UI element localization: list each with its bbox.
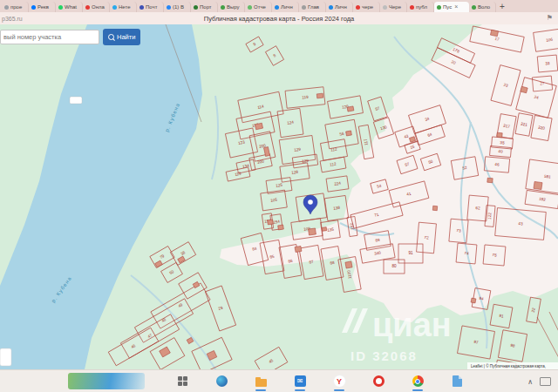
search-button[interactable]: Найти [103,29,140,45]
svg-text:46: 46 [494,162,500,166]
building [487,178,493,183]
tab-favicon [437,5,441,10]
svg-text:43: 43 [518,221,523,226]
parcel-75[interactable]: 75 [483,245,506,266]
tab-favicon [302,5,306,10]
search-input[interactable] [0,30,99,44]
tab-favicon [167,5,171,10]
browser-tab-1[interactable]: прое [2,2,29,12]
browser-tab-13[interactable]: Личн [326,2,353,12]
parcel-91[interactable]: 91 [490,304,513,328]
parcel-40[interactable]: 40 [490,145,512,157]
explorer-icon[interactable] [449,374,465,389]
yandex-browser-icon[interactable]: Y [331,374,347,389]
opera-icon[interactable] [371,374,386,389]
windows-taskbar: ∧ ✉Y [0,369,558,392]
tab-favicon [383,5,387,10]
svg-text:119: 119 [302,95,309,100]
parcel-581[interactable]: 581 [526,159,558,194]
building [295,246,302,252]
tab-favicon [31,5,36,10]
map-control-button[interactable] [0,348,11,366]
svg-text:80: 80 [391,264,397,268]
map-search-bar: Найти [0,29,140,45]
parcel-33[interactable]: 33 [537,55,557,72]
svg-text:91: 91 [408,251,413,255]
active-app-indicator [334,389,344,391]
active-app-indicator [412,389,423,391]
building [497,132,502,138]
browser-tab-11[interactable]: Личн [272,2,299,12]
svg-text:62: 62 [475,206,480,210]
tab-favicon [356,5,360,10]
new-tab-button[interactable]: + [500,2,505,11]
bookmark-flag-icon[interactable]: ⚑ [547,15,553,22]
browser-tab-5[interactable]: Нете [110,2,137,12]
parcel-124[interactable]: 124 [277,108,303,137]
browser-tab-6[interactable]: Почт [137,2,164,12]
edge-icon[interactable] [214,374,229,389]
folder-icon[interactable] [253,374,269,389]
parcel-74[interactable]: 74 [456,243,477,264]
building [268,220,274,225]
search-icon [108,34,114,40]
tray-chevron-icon[interactable]: ∧ [527,378,533,386]
tab-favicon [112,5,117,10]
parcel-43[interactable]: 43 [495,208,547,240]
tab-favicon [85,5,90,10]
tab-favicon [410,5,414,10]
browser-tab-8[interactable]: Порт [191,2,218,12]
parcel-105[interactable]: 105 [261,190,288,211]
parcel-138[interactable]: 138 [324,195,348,220]
browser-tab-3[interactable]: What [56,2,83,12]
browser-tab-18[interactable]: Воло [469,2,496,12]
tray-device-icon[interactable] [540,377,551,386]
parcel-109[interactable]: 109 [291,219,323,240]
browser-tab-17[interactable]: Пус× [434,2,469,12]
parcel-73[interactable]: 73 [449,219,468,243]
page-title: Публичная кадастровая карта - Россия 202… [204,15,354,23]
browser-tab-2[interactable]: Рекв [29,2,56,12]
building [345,261,352,268]
parcel-98[interactable]: 98 [498,330,527,362]
task-view-icon[interactable] [174,374,190,389]
cadastral-map[interactable]: 1141531232002001341191241291291281251051… [0,24,558,369]
building [278,225,284,230]
tab-favicon [248,5,252,10]
parcel-97[interactable]: 97 [458,326,495,359]
tab-close-icon[interactable]: × [454,4,458,10]
svg-text:ID 32068: ID 32068 [350,348,418,363]
building [309,228,316,235]
weather-widget[interactable] [68,373,145,389]
address-bar[interactable]: p365.ru [2,16,23,22]
svg-text:72: 72 [424,235,429,240]
screen: { "browser": { "address": "p365.ru", "pa… [0,0,558,392]
browser-tab-10[interactable]: Отче [245,2,272,12]
map-attribution: Leaflet | © Публичная кадастровая карта, [471,363,546,368]
tab-favicon [329,5,333,10]
browser-tab-4[interactable]: Онла [83,2,110,12]
browser-tab-9[interactable]: Выру [218,2,245,12]
parcel-224[interactable]: 224 [326,176,349,192]
parcel-220[interactable]: 220 [531,115,552,140]
building [347,106,354,112]
parcel-52[interactable]: 52 [451,157,478,180]
tab-favicon [194,5,198,10]
browser-tab-12[interactable]: Глав [299,2,326,12]
building [346,131,352,136]
browser-tab-7[interactable]: (1) В [164,2,191,12]
mail-icon[interactable]: ✉ [292,374,308,389]
building [471,298,476,303]
browser-tab-15[interactable]: Чере [380,2,407,12]
system-tray[interactable]: ∧ [527,370,551,392]
parcel-106[interactable]: 106 [534,29,558,52]
browser-tab-16[interactable]: публ [407,2,434,12]
building [534,181,542,189]
parcel-122[interactable]: 122 [485,206,495,227]
svg-text:73: 73 [456,228,461,233]
chrome-icon[interactable] [410,374,425,389]
parcel-80[interactable]: 80 [384,260,405,274]
browser-tab-14[interactable]: чере [353,2,380,12]
parcel-46[interactable]: 46 [484,157,509,172]
building [432,206,437,210]
